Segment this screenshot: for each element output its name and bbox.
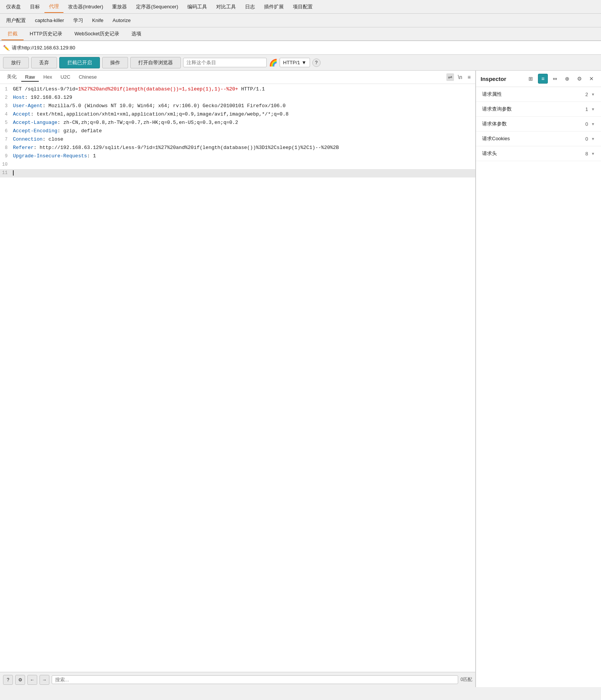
inspector-list-icon[interactable]: ≡ bbox=[538, 74, 548, 84]
tab-intercept[interactable]: 拦截 bbox=[2, 28, 24, 40]
line-number: 11 bbox=[0, 169, 11, 177]
match-count: 0匹配 bbox=[460, 676, 472, 683]
inspector-row[interactable]: 请求属性2▼ bbox=[476, 87, 601, 102]
proxy-tab-bar: 拦截 HTTP历史记录 WebSocket历史记录 选项 bbox=[0, 27, 601, 41]
back-button[interactable]: ← bbox=[27, 675, 37, 685]
http-version-selector[interactable]: HTTP/1 ▼ bbox=[280, 58, 310, 67]
menu-repeater[interactable]: 重放器 bbox=[108, 1, 131, 13]
menu-user-config[interactable]: 用户配置 bbox=[2, 15, 30, 26]
code-line: 11 bbox=[0, 169, 475, 177]
line-number: 6 bbox=[0, 127, 11, 136]
line-number: 5 bbox=[0, 119, 11, 127]
menu-project-config[interactable]: 项目配置 bbox=[288, 1, 317, 13]
menu-autorize[interactable]: Autorize bbox=[108, 15, 135, 25]
menu-captcha-killer[interactable]: captcha-killer bbox=[30, 15, 69, 25]
line-content: Accept-Encoding: gzip, deflate bbox=[11, 127, 475, 136]
menu-encoder[interactable]: 编码工具 bbox=[183, 1, 212, 13]
inspector-row-count: 8 bbox=[585, 151, 588, 157]
inspector-row-label: 请求Cookies bbox=[482, 135, 585, 142]
inspector-row-count: 1 bbox=[585, 106, 588, 112]
release-button[interactable]: 放行 bbox=[3, 57, 29, 68]
text-cursor bbox=[13, 170, 14, 176]
menu-proxy[interactable]: 代理 bbox=[44, 1, 63, 13]
line-content: GET /sqlit/Less-9/?id=1%27%20and%20if(le… bbox=[11, 86, 475, 94]
code-line: 4Accept: text/html,application/xhtml+xml… bbox=[0, 111, 475, 119]
line-content: Accept-Language: zh-CN,zh;q=0.8,zh-TW;q=… bbox=[11, 119, 475, 127]
line-content: Upgrade-Insecure-Requests: 1 bbox=[11, 152, 475, 161]
menu-sequencer[interactable]: 定序器(Sequencer) bbox=[131, 1, 183, 13]
inspector-row-label: 请求体参数 bbox=[482, 120, 585, 127]
menu-knife[interactable]: Knife bbox=[88, 15, 108, 25]
help-bottom-button[interactable]: ? bbox=[3, 675, 13, 685]
code-line: 2Host: 192.168.63.129 bbox=[0, 94, 475, 102]
menu-icon[interactable]: ≡ bbox=[466, 73, 472, 81]
inspector-panel: Inspector ⊞ ≡ ⇔ ⊕ ⚙ ✕ 请求属性2▼请求查询参数1▼请求体参… bbox=[476, 71, 601, 687]
menu-bar-1: 仪表盘 目标 代理 攻击器(Intruder) 重放器 定序器(Sequence… bbox=[0, 0, 601, 14]
code-line: 3User-Agent: Mozilla/5.0 (Windows NT 10.… bbox=[0, 102, 475, 111]
request-url: 请求http://192.168.63.129:80 bbox=[12, 44, 75, 51]
inspector-row[interactable]: 请求头8▼ bbox=[476, 146, 601, 161]
format-icons: ⇌ \n ≡ bbox=[446, 73, 472, 81]
inspector-rows: 请求属性2▼请求查询参数1▼请求体参数0▼请求Cookies0▼请求头8▼ bbox=[476, 87, 601, 161]
tab-http-history[interactable]: HTTP历史记录 bbox=[24, 28, 68, 40]
tab-beautify[interactable]: 美化 bbox=[3, 72, 21, 82]
main-content: 美化 Raw Hex U2C Chinese ⇌ \n ≡ 1GET /sqli… bbox=[0, 71, 601, 687]
action-button[interactable]: 操作 bbox=[102, 57, 128, 68]
menu-intruder[interactable]: 攻击器(Intruder) bbox=[63, 1, 108, 13]
code-line: 1GET /sqlit/Less-9/?id=1%27%20and%20if(l… bbox=[0, 86, 475, 94]
inspector-close-icon[interactable]: ✕ bbox=[587, 74, 596, 84]
code-line: 5Accept-Language: zh-CN,zh;q=0.8,zh-TW;q… bbox=[0, 119, 475, 127]
discard-button[interactable]: 丢弃 bbox=[31, 57, 57, 68]
inspector-header: Inspector ⊞ ≡ ⇔ ⊕ ⚙ ✕ bbox=[476, 71, 601, 87]
tab-chinese[interactable]: Chinese bbox=[75, 73, 101, 82]
tab-hex[interactable]: Hex bbox=[40, 73, 56, 82]
inspector-align-icon[interactable]: ⇔ bbox=[550, 74, 560, 84]
newline-icon[interactable]: \n bbox=[456, 73, 464, 81]
tab-raw[interactable]: Raw bbox=[21, 73, 39, 82]
line-content: Connection: close bbox=[11, 136, 475, 144]
edit-icon: ✏️ bbox=[3, 45, 9, 51]
line-content: Host: 192.168.63.129 bbox=[11, 94, 475, 102]
menu-logger[interactable]: 日志 bbox=[240, 1, 259, 13]
inspector-row-label: 请求头 bbox=[482, 150, 585, 157]
menu-extensions[interactable]: 插件扩展 bbox=[259, 1, 288, 13]
intercept-toggle-button[interactable]: 拦截已开启 bbox=[59, 57, 100, 68]
line-number: 9 bbox=[0, 152, 11, 161]
forward-button[interactable]: → bbox=[40, 675, 49, 685]
menu-bar-2: 用户配置 captcha-killer 学习 Knife Autorize bbox=[0, 14, 601, 27]
line-content: User-Agent: Mozilla/5.0 (Windows NT 10.0… bbox=[11, 102, 475, 111]
line-number: 4 bbox=[0, 111, 11, 119]
inspector-grid-icon[interactable]: ⊞ bbox=[526, 74, 536, 84]
tab-u2c[interactable]: U2C bbox=[57, 73, 74, 82]
tab-options[interactable]: 选项 bbox=[125, 28, 147, 40]
menu-compare[interactable]: 对比工具 bbox=[212, 1, 240, 13]
inspector-row[interactable]: 请求查询参数1▼ bbox=[476, 102, 601, 117]
inspector-settings-icon[interactable]: ⚙ bbox=[574, 74, 584, 84]
color-palette-icon[interactable]: 🌈 bbox=[269, 59, 277, 67]
tab-websocket-history[interactable]: WebSocket历史记录 bbox=[68, 28, 125, 40]
chevron-down-icon: ▼ bbox=[591, 122, 595, 126]
line-content bbox=[11, 161, 475, 169]
code-editor[interactable]: 1GET /sqlit/Less-9/?id=1%27%20and%20if(l… bbox=[0, 84, 475, 672]
code-line: 6Accept-Encoding: gzip, deflate bbox=[0, 127, 475, 136]
menu-target[interactable]: 目标 bbox=[25, 1, 44, 13]
chevron-down-icon: ▼ bbox=[591, 152, 595, 156]
annotation-input[interactable] bbox=[183, 58, 267, 67]
menu-learn[interactable]: 学习 bbox=[69, 15, 88, 26]
code-line: 7Connection: close bbox=[0, 136, 475, 144]
help-button[interactable]: ? bbox=[312, 59, 321, 67]
line-number: 10 bbox=[0, 161, 11, 169]
open-browser-button[interactable]: 打开自带浏览器 bbox=[130, 57, 181, 68]
inspector-row-label: 请求属性 bbox=[482, 91, 585, 98]
search-input[interactable] bbox=[52, 675, 458, 684]
chevron-down-icon: ▼ bbox=[591, 137, 595, 141]
menu-dashboard[interactable]: 仪表盘 bbox=[2, 1, 25, 13]
code-line: 8Referer: http://192.168.63.129/sqlit/Le… bbox=[0, 144, 475, 152]
settings-bottom-button[interactable]: ⚙ bbox=[15, 675, 25, 685]
inspector-row-count: 0 bbox=[585, 121, 588, 127]
inspector-row[interactable]: 请求Cookies0▼ bbox=[476, 131, 601, 146]
inspector-row[interactable]: 请求体参数0▼ bbox=[476, 117, 601, 131]
wrap-icon[interactable]: ⇌ bbox=[446, 73, 454, 81]
inspector-split-icon[interactable]: ⊕ bbox=[562, 74, 572, 84]
format-bar: 美化 Raw Hex U2C Chinese ⇌ \n ≡ bbox=[0, 71, 475, 84]
